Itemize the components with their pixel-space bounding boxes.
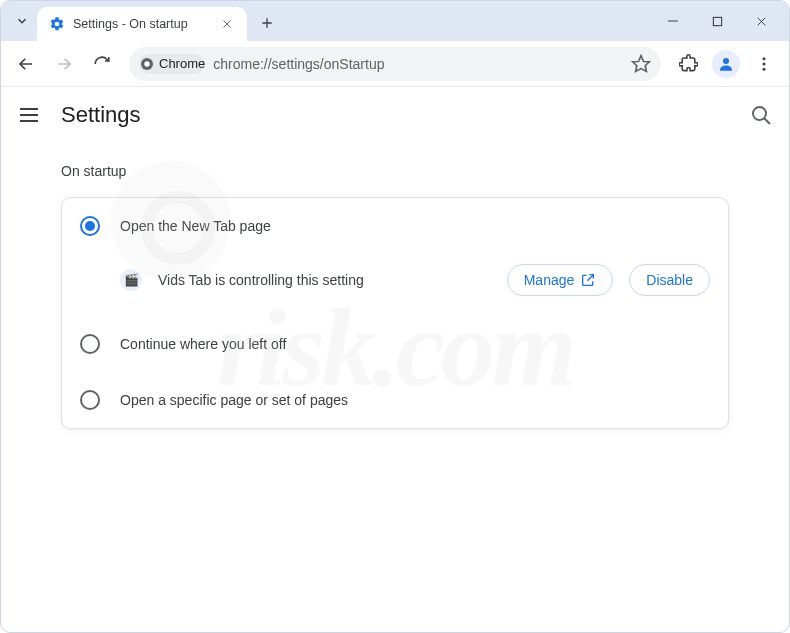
open-in-new-icon — [580, 272, 596, 288]
radio-unselected-icon[interactable] — [80, 390, 100, 410]
option-new-tab[interactable]: Open the New Tab page — [62, 198, 728, 254]
page-title: Settings — [61, 102, 141, 128]
avatar-icon — [712, 50, 740, 78]
search-icon[interactable] — [749, 103, 773, 127]
origin-chip[interactable]: Chrome — [139, 54, 205, 74]
address-bar[interactable]: Chrome chrome://settings/onStartup — [129, 47, 661, 81]
settings-header: Settings — [1, 87, 789, 143]
svg-rect-5 — [713, 17, 721, 25]
url-text: chrome://settings/onStartup — [213, 56, 623, 72]
option-continue[interactable]: Continue where you left off — [62, 316, 728, 372]
menu-icon[interactable] — [17, 103, 41, 127]
tab-title: Settings - On startup — [73, 17, 211, 31]
controlled-by-message: Vids Tab is controlling this setting — [158, 272, 491, 288]
forward-button[interactable] — [47, 47, 81, 81]
option-label: Continue where you left off — [120, 336, 286, 352]
svg-line-21 — [764, 118, 770, 124]
browser-toolbar: Chrome chrome://settings/onStartup — [1, 41, 789, 87]
back-button[interactable] — [9, 47, 43, 81]
bookmark-star-icon[interactable] — [631, 54, 651, 74]
minimize-button[interactable] — [651, 6, 695, 36]
disable-button-label: Disable — [646, 272, 693, 288]
origin-chip-label: Chrome — [159, 56, 205, 71]
chrome-icon — [139, 56, 155, 72]
svg-point-16 — [763, 67, 766, 70]
svg-point-11 — [144, 61, 149, 66]
radio-selected-icon[interactable] — [80, 216, 100, 236]
menu-button[interactable] — [747, 47, 781, 81]
svg-point-14 — [763, 57, 766, 60]
manage-button[interactable]: Manage — [507, 264, 614, 296]
svg-point-15 — [763, 62, 766, 65]
extension-icon: 🎬 — [120, 269, 142, 291]
controlled-by-extension: 🎬 Vids Tab is controlling this setting M… — [62, 254, 728, 316]
manage-button-label: Manage — [524, 272, 575, 288]
disable-button[interactable]: Disable — [629, 264, 710, 296]
startup-options-card: Open the New Tab page 🎬 Vids Tab is cont… — [61, 197, 729, 429]
tab-search-button[interactable] — [7, 6, 37, 36]
section-title: On startup — [61, 163, 729, 179]
close-icon[interactable] — [219, 16, 235, 32]
maximize-button[interactable] — [695, 6, 739, 36]
reload-button[interactable] — [85, 47, 119, 81]
option-label: Open a specific page or set of pages — [120, 392, 348, 408]
extensions-button[interactable] — [671, 47, 705, 81]
svg-point-20 — [753, 107, 766, 120]
radio-unselected-icon[interactable] — [80, 334, 100, 354]
svg-marker-12 — [633, 55, 650, 71]
browser-tab[interactable]: Settings - On startup — [37, 7, 247, 41]
option-specific-pages[interactable]: Open a specific page or set of pages — [62, 372, 728, 428]
close-window-button[interactable] — [739, 6, 783, 36]
window-titlebar: Settings - On startup — [1, 1, 789, 41]
browser-window: risk.com Settings - On startup — [0, 0, 790, 633]
settings-content: On startup Open the New Tab page 🎬 Vids … — [1, 143, 789, 449]
new-tab-button[interactable] — [253, 9, 281, 37]
gear-icon — [49, 16, 65, 32]
profile-button[interactable] — [709, 47, 743, 81]
option-label: Open the New Tab page — [120, 218, 271, 234]
svg-point-13 — [723, 58, 729, 64]
